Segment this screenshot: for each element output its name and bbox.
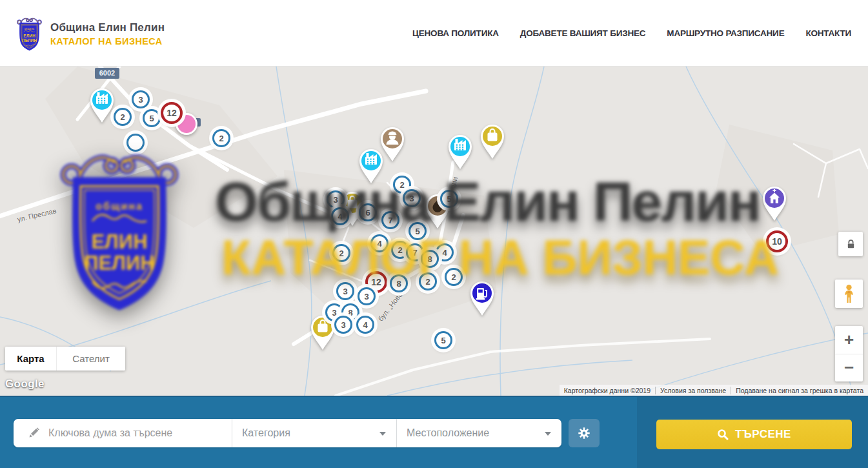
- search-button-label: ТЪРСЕНЕ: [735, 428, 791, 441]
- google-logo[interactable]: Google: [5, 378, 45, 391]
- cluster-marker[interactable]: 5: [440, 190, 458, 208]
- zoom-out-button[interactable]: −: [835, 354, 863, 382]
- cluster-marker[interactable]: 3: [327, 190, 345, 209]
- cluster-marker[interactable]: 3: [132, 90, 150, 108]
- nav-contacts[interactable]: КОНТАКТИ: [805, 28, 851, 38]
- map-attribution: Картографски данни ©2019 Условия за полз…: [560, 385, 868, 396]
- search-settings-button[interactable]: [569, 419, 600, 447]
- map-pin-church-icon[interactable]: [760, 185, 789, 225]
- map-pin-factory-icon[interactable]: [87, 86, 117, 127]
- chevron-down-icon: [379, 432, 386, 436]
- cluster-marker[interactable]: 12: [161, 102, 183, 124]
- cluster-marker[interactable]: 2: [114, 108, 132, 126]
- zoom-in-button[interactable]: +: [835, 326, 863, 354]
- keyword-field-section: [14, 419, 232, 447]
- zoom-control: + −: [835, 326, 863, 382]
- search-icon: [717, 429, 729, 440]
- cluster-marker[interactable]: 5: [409, 222, 427, 240]
- municipality-shield-icon: община ЕЛИН ПЕЛИН: [14, 14, 45, 53]
- header: община ЕЛИН ПЕЛИН Община Елин Пелин КАТА…: [0, 0, 868, 66]
- map-pin-factory-icon[interactable]: [356, 147, 386, 187]
- cluster-marker[interactable]: [126, 134, 145, 152]
- search-bar: ТЪРСЕНЕ Категория Местоположение: [0, 396, 868, 468]
- category-dropdown-label: Категория: [242, 427, 290, 439]
- street-view-pegman-button[interactable]: [835, 280, 863, 308]
- cluster-marker[interactable]: 4: [356, 316, 374, 334]
- keyword-search-input[interactable]: [48, 427, 232, 439]
- attribution-report-error-link[interactable]: Подаване на сигнал за грешка в картата: [731, 387, 868, 394]
- map-pin-factory-icon[interactable]: [445, 133, 475, 173]
- cluster-marker[interactable]: 5: [143, 109, 161, 127]
- cluster-marker[interactable]: 3: [334, 316, 352, 334]
- nav-route-schedule[interactable]: МАРШРУТНО РАЗПИСАНИЕ: [667, 28, 784, 38]
- page: община ЕЛИН ПЕЛИН Община Елин Пелин КАТА…: [0, 0, 868, 468]
- cluster-marker[interactable]: 3: [403, 189, 421, 207]
- cluster-marker[interactable]: 2: [212, 129, 230, 147]
- cluster-marker[interactable]: 2: [445, 268, 463, 286]
- cluster-marker[interactable]: 2: [419, 272, 437, 290]
- cluster-marker[interactable]: 8: [390, 274, 408, 292]
- svg-text:ЕЛИН: ЕЛИН: [23, 34, 35, 38]
- search-bar-right-panel: ТЪРСЕНЕ: [637, 397, 868, 468]
- map-pin-bag-icon[interactable]: [478, 123, 507, 163]
- location-dropdown-label: Местоположение: [407, 427, 489, 439]
- cluster-marker[interactable]: 8: [421, 250, 439, 268]
- cluster-marker[interactable]: 4: [370, 234, 389, 252]
- satellite-view-button[interactable]: Сателит: [57, 347, 125, 371]
- cluster-marker[interactable]: 4: [331, 207, 349, 225]
- map-canvas[interactable]: 32512223356475422748221283338345106002ул…: [0, 66, 868, 396]
- search-fields: Категория Местоположение: [14, 419, 561, 447]
- gear-icon: [577, 426, 591, 440]
- map-type-control: Карта Сателит: [5, 347, 125, 371]
- map-pin-fuel-icon[interactable]: [467, 280, 497, 320]
- cluster-marker[interactable]: 5: [434, 331, 452, 349]
- main-nav: ЦЕНОВА ПОЛИТИКА ДОБАВЕТЕ ВАШИЯТ БИЗНЕС М…: [412, 0, 851, 66]
- category-dropdown[interactable]: Категория: [232, 419, 397, 447]
- chevron-down-icon: [545, 432, 551, 436]
- cluster-marker[interactable]: 3: [358, 287, 376, 305]
- location-dropdown[interactable]: Местоположение: [397, 419, 561, 447]
- attribution-terms-link[interactable]: Условия за ползване: [655, 387, 731, 394]
- site-subtitle: КАТАЛОГ НА БИЗНЕСА: [50, 36, 165, 46]
- nav-add-your-business[interactable]: ДОБАВЕТЕ ВАШИЯТ БИЗНЕС: [520, 28, 646, 38]
- cluster-marker[interactable]: 10: [766, 230, 788, 252]
- attribution-copyright: Картографски данни ©2019: [560, 387, 655, 394]
- map-view-button[interactable]: Карта: [5, 347, 57, 371]
- svg-text:ПЕЛИН: ПЕЛИН: [22, 38, 37, 43]
- nav-pricing-policy[interactable]: ЦЕНОВА ПОЛИТИКА: [412, 28, 499, 38]
- search-button[interactable]: ТЪРСЕНЕ: [656, 420, 852, 449]
- logo-text: Община Елин Пелин КАТАЛОГ НА БИЗНЕСА: [50, 21, 165, 46]
- site-logo[interactable]: община ЕЛИН ПЕЛИН Община Елин Пелин КАТА…: [14, 14, 165, 53]
- map-lock-button[interactable]: [838, 232, 863, 256]
- road-number-shield: 6002: [95, 68, 119, 79]
- cluster-marker[interactable]: 6: [359, 203, 377, 221]
- pegman-icon: [842, 284, 856, 304]
- pencil-icon: [26, 426, 41, 440]
- cluster-marker[interactable]: 7: [381, 211, 399, 229]
- lock-icon: [845, 239, 856, 250]
- cluster-marker[interactable]: 3: [336, 282, 354, 300]
- svg-text:община: община: [25, 28, 34, 30]
- cluster-marker[interactable]: 2: [332, 244, 350, 262]
- site-title: Община Елин Пелин: [50, 21, 165, 34]
